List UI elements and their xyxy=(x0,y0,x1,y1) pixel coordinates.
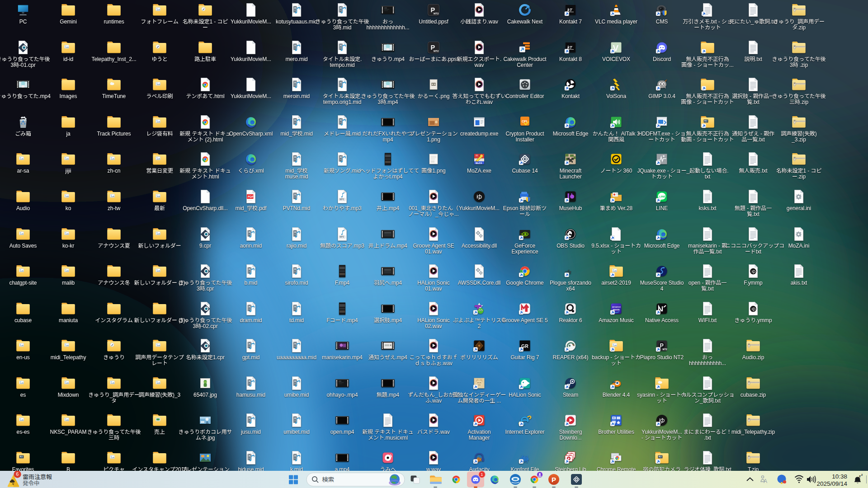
svg-text:P: P xyxy=(552,476,556,483)
svg-text:2025/09/14: 2025/09/14 xyxy=(816,480,847,487)
svg-text:A: A xyxy=(764,478,767,484)
svg-text:z: z xyxy=(861,473,863,476)
svg-text:6: 6 xyxy=(16,471,19,477)
svg-text:雷雨注意報: 雷雨注意報 xyxy=(23,474,52,480)
svg-text:10:38: 10:38 xyxy=(832,473,847,480)
svg-text:発令中: 発令中 xyxy=(23,480,40,487)
svg-text:1: 1 xyxy=(481,472,483,477)
svg-text:検索: 検索 xyxy=(322,476,334,483)
svg-text:z: z xyxy=(859,474,861,478)
